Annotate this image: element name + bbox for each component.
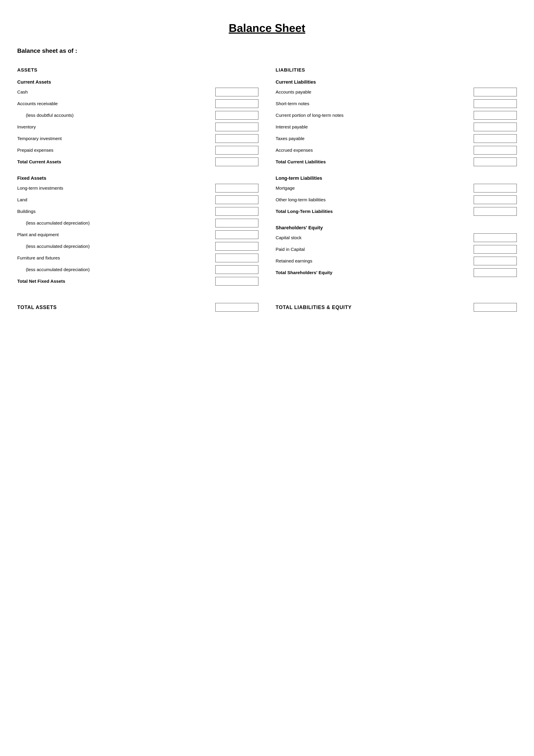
total-current-assets-label: Total Current Assets: [17, 159, 215, 164]
other-long-term-liabilities-row: Other long-term liabilities: [276, 195, 517, 205]
inventory-input[interactable]: [215, 122, 258, 131]
capital-stock-row: Capital stock: [276, 233, 517, 243]
land-label: Land: [17, 197, 215, 202]
accounts-payable-label: Accounts payable: [276, 90, 474, 94]
total-net-fixed-assets-row: Total Net Fixed Assets: [17, 276, 258, 286]
capital-stock-input[interactable]: [474, 233, 517, 242]
long-term-investments-input[interactable]: [215, 184, 258, 192]
land-row: Land: [17, 195, 258, 205]
assets-header: ASSETS: [17, 67, 258, 73]
total-current-liabilities-row: Total Current Liabilities: [276, 157, 517, 167]
cash-row: Cash: [17, 87, 258, 97]
less-accum-dep-buildings-label: (less accumulated depreciation): [17, 221, 215, 226]
long-term-investments-label: Long-term investments: [17, 186, 215, 191]
taxes-payable-input[interactable]: [474, 134, 517, 143]
accounts-receivable-input[interactable]: [215, 99, 258, 108]
accrued-expenses-input[interactable]: [474, 146, 517, 154]
furniture-fixtures-label: Furniture and fixtures: [17, 256, 215, 260]
total-assets-col: TOTAL ASSETS: [17, 303, 267, 311]
paid-in-capital-label: Paid in Capital: [276, 247, 474, 252]
temporary-investment-row: Temporary investment: [17, 134, 258, 144]
short-term-notes-input[interactable]: [474, 99, 517, 108]
total-long-term-liabilities-label: Total Long-Term Liabilities: [276, 209, 474, 214]
buildings-label: Buildings: [17, 209, 215, 214]
current-assets-header: Current Assets: [17, 79, 258, 85]
total-current-liabilities-label: Total Current Liabilities: [276, 159, 474, 164]
total-shareholders-equity-input[interactable]: [474, 268, 517, 277]
total-liabilities-equity-input[interactable]: [474, 303, 517, 311]
less-accum-dep-furniture-row: (less accumulated depreciation): [17, 265, 258, 275]
accounts-payable-row: Accounts payable: [276, 87, 517, 97]
paid-in-capital-input[interactable]: [474, 245, 517, 254]
less-accum-dep-plant-label: (less accumulated depreciation): [17, 244, 215, 249]
less-accum-dep-plant-row: (less accumulated depreciation): [17, 241, 258, 251]
interest-payable-row: Interest payable: [276, 122, 517, 132]
less-doubtful-row: (less doubtful accounts): [17, 110, 258, 120]
less-accum-dep-buildings-row: (less accumulated depreciation): [17, 218, 258, 228]
other-long-term-liabilities-label: Other long-term liabilities: [276, 197, 474, 202]
assets-column: ASSETS Current Assets Cash Accounts rece…: [17, 67, 267, 288]
subtitle: Balance sheet as of :: [17, 47, 517, 54]
less-doubtful-input[interactable]: [215, 111, 258, 120]
accounts-payable-input[interactable]: [474, 88, 517, 96]
taxes-payable-label: Taxes payable: [276, 136, 474, 141]
buildings-row: Buildings: [17, 206, 258, 216]
fixed-assets-header: Fixed Assets: [17, 176, 258, 181]
accounts-receivable-label: Accounts receivable: [17, 101, 215, 106]
taxes-payable-row: Taxes payable: [276, 134, 517, 144]
total-shareholders-equity-label: Total Shareholders' Equity: [276, 270, 474, 275]
total-assets-label: TOTAL ASSETS: [17, 305, 57, 310]
furniture-fixtures-input[interactable]: [215, 254, 258, 262]
total-long-term-liabilities-row: Total Long-Term Liabilities: [276, 206, 517, 216]
capital-stock-label: Capital stock: [276, 235, 474, 240]
accrued-expenses-row: Accrued expenses: [276, 145, 517, 155]
land-input[interactable]: [215, 196, 258, 204]
accounts-receivable-row: Accounts receivable: [17, 99, 258, 109]
temporary-investment-label: Temporary investment: [17, 136, 215, 141]
total-current-assets-input[interactable]: [215, 157, 258, 166]
mortgage-label: Mortgage: [276, 186, 474, 191]
retained-earnings-input[interactable]: [474, 257, 517, 265]
total-long-term-liabilities-input[interactable]: [474, 207, 517, 216]
inventory-row: Inventory: [17, 122, 258, 132]
short-term-notes-label: Short-term notes: [276, 101, 474, 106]
mortgage-input[interactable]: [474, 184, 517, 192]
plant-equipment-label: Plant and equipment: [17, 232, 215, 237]
temporary-investment-input[interactable]: [215, 134, 258, 143]
inventory-label: Inventory: [17, 124, 215, 129]
less-accum-dep-plant-input[interactable]: [215, 242, 258, 251]
cash-input[interactable]: [215, 88, 258, 96]
liabilities-header: LIABILITIES: [276, 67, 517, 73]
prepaid-expenses-row: Prepaid expenses: [17, 145, 258, 155]
furniture-fixtures-row: Furniture and fixtures: [17, 253, 258, 263]
current-liabilities-header: Current Liabilities: [276, 79, 517, 85]
total-liabilities-equity-col: TOTAL LIABILITIES & EQUITY: [267, 303, 517, 311]
less-accum-dep-furniture-input[interactable]: [215, 265, 258, 274]
other-long-term-liabilities-input[interactable]: [474, 196, 517, 204]
buildings-input[interactable]: [215, 207, 258, 216]
current-portion-long-term-input[interactable]: [474, 111, 517, 120]
retained-earnings-label: Retained earnings: [276, 258, 474, 263]
less-accum-dep-buildings-input[interactable]: [215, 219, 258, 228]
accrued-expenses-label: Accrued expenses: [276, 148, 474, 153]
total-current-liabilities-input[interactable]: [474, 157, 517, 166]
page-title: Balance Sheet: [17, 21, 517, 35]
interest-payable-input[interactable]: [474, 122, 517, 131]
prepaid-expenses-input[interactable]: [215, 146, 258, 154]
mortgage-row: Mortgage: [276, 183, 517, 193]
plant-equipment-input[interactable]: [215, 230, 258, 239]
total-net-fixed-assets-input[interactable]: [215, 277, 258, 285]
total-liabilities-equity-label: TOTAL LIABILITIES & EQUITY: [276, 305, 352, 310]
current-portion-long-term-label: Current portion of long-term notes: [276, 113, 474, 118]
long-term-investments-row: Long-term investments: [17, 183, 258, 193]
total-assets-input[interactable]: [215, 303, 258, 311]
short-term-notes-row: Short-term notes: [276, 99, 517, 109]
total-shareholders-equity-row: Total Shareholders' Equity: [276, 268, 517, 278]
plant-equipment-row: Plant and equipment: [17, 230, 258, 240]
total-current-assets-row: Total Current Assets: [17, 157, 258, 167]
paid-in-capital-row: Paid in Capital: [276, 244, 517, 254]
grand-total-section: TOTAL ASSETS TOTAL LIABILITIES & EQUITY: [17, 299, 517, 311]
liabilities-column: LIABILITIES Current Liabilities Accounts…: [267, 67, 517, 288]
total-net-fixed-assets-label: Total Net Fixed Assets: [17, 279, 215, 284]
current-portion-long-term-row: Current portion of long-term notes: [276, 110, 517, 120]
